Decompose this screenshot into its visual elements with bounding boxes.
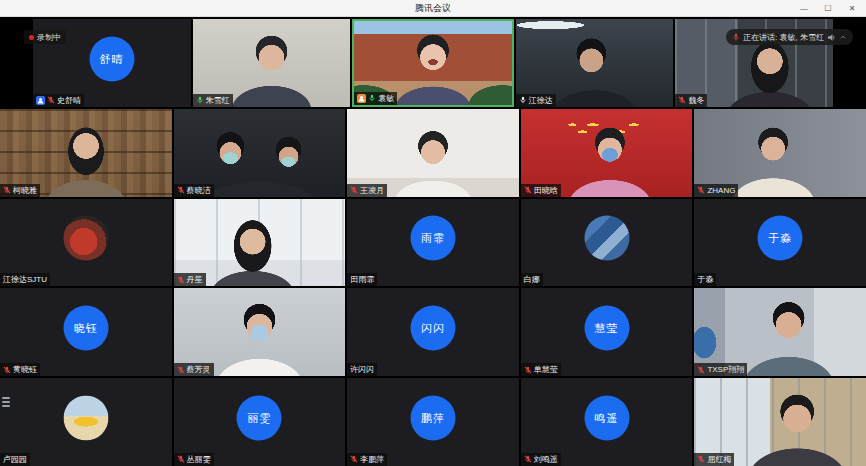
- participant-avatar-circle: 丽雯: [237, 395, 282, 440]
- participant-tile[interactable]: 鹏萍李鹏萍: [347, 378, 519, 466]
- recording-dot-icon: [29, 35, 34, 40]
- participant-tile[interactable]: 鸣遥刘鸣遥: [521, 378, 693, 466]
- window-controls: —☐✕: [792, 0, 864, 16]
- participant-name-label: 于淼: [694, 273, 716, 286]
- participant-name: 单慧莹: [534, 365, 558, 374]
- window-title: 腾讯会议: [415, 2, 451, 15]
- mic-muted-icon: [524, 186, 532, 194]
- participant-name-label: 史舒晴: [33, 94, 84, 107]
- mic-muted-icon: [350, 186, 358, 194]
- participant-name: 柯晓雅: [13, 186, 37, 195]
- mic-muted-icon: [177, 276, 185, 284]
- participant-name-label: 李鹏萍: [347, 453, 387, 466]
- grid-row: 晓钰黄晓钰蔡芳灵闪闪许闪闪慧莹单慧莹TXSP翔翔: [0, 288, 866, 376]
- window-titlebar: 腾讯会议 —☐✕: [0, 0, 866, 17]
- close-button[interactable]: ✕: [840, 0, 864, 16]
- mic-icon: [368, 94, 376, 102]
- grid-row: 柯晓雅蔡晓洁王凌月田晓晗ZHANG: [0, 109, 866, 197]
- member-badge-icon: [36, 96, 45, 105]
- participant-name: 魏冬: [688, 96, 704, 105]
- participant-tile[interactable]: ZHANG: [694, 109, 866, 197]
- participant-tile[interactable]: 卢园园: [0, 378, 172, 466]
- participant-name-label: 田晓晗: [521, 184, 561, 197]
- participant-avatar-circle: 晓钰: [63, 305, 108, 350]
- participant-tile[interactable]: 王凌月: [347, 109, 519, 197]
- participant-name-label: 单慧莹: [521, 363, 561, 376]
- participant-tile[interactable]: TXSP翔翔: [694, 288, 866, 376]
- sidebar-toggle[interactable]: [2, 397, 10, 407]
- participant-name-label: TXSP翔翔: [694, 363, 747, 376]
- participant-name-label: 魏冬: [675, 94, 707, 107]
- participant-tile[interactable]: 丹笙: [174, 199, 346, 287]
- participant-tile[interactable]: 慧莹单慧莹: [521, 288, 693, 376]
- participant-name-label: 江徐达SJTU: [0, 273, 50, 286]
- participant-name: 屈红梅: [707, 455, 731, 464]
- participant-tile[interactable]: 柯晓雅: [0, 109, 172, 197]
- mic-muted-icon: [350, 455, 358, 463]
- participant-avatar-photo: [63, 395, 108, 440]
- participant-name: 白娜: [524, 275, 540, 284]
- participant-name: 李鹏萍: [360, 455, 384, 464]
- participant-tile[interactable]: 雨霏田雨霏: [347, 199, 519, 287]
- mic-icon: [196, 96, 204, 104]
- participant-tile[interactable]: 朱雪红: [193, 19, 351, 107]
- participant-avatar-circle: 慧莹: [584, 305, 629, 350]
- mic-muted-icon: [524, 455, 532, 463]
- participant-name-label: 白娜: [521, 273, 543, 286]
- minimize-button[interactable]: —: [792, 0, 816, 16]
- participant-name-label: 王凌月: [347, 184, 387, 197]
- participant-name: ZHANG: [707, 186, 735, 195]
- participant-tile[interactable]: 袁敏: [352, 19, 514, 107]
- participant-avatar-circle: 鸣遥: [584, 395, 629, 440]
- mic-muted-icon: [177, 366, 185, 374]
- participant-grid: 舒晴史舒晴朱雪红袁敏江徐达魏冬柯晓雅蔡晓洁王凌月田晓晗ZHANG江徐达SJTU丹…: [0, 17, 866, 466]
- participant-tile[interactable]: 江徐达SJTU: [0, 199, 172, 287]
- recording-label: 录制中: [37, 32, 61, 43]
- speaking-toast-label: 正在讲话: 袁敏, 朱雪红: [743, 32, 824, 43]
- participant-name-label: 屈红梅: [694, 453, 734, 466]
- mic-muted-icon: [697, 366, 705, 374]
- mic-muted-icon: [678, 96, 686, 104]
- participant-name: 许闪闪: [350, 365, 374, 374]
- participant-name-label: ZHANG: [694, 184, 738, 197]
- participant-name: 丛丽雯: [187, 455, 211, 464]
- recording-indicator[interactable]: 录制中: [24, 30, 66, 44]
- participant-name: 史舒晴: [57, 96, 81, 105]
- participant-name-label: 蔡晓洁: [174, 184, 214, 197]
- chevron-up-icon: [839, 33, 847, 41]
- participant-avatar-circle: 闪闪: [410, 305, 455, 350]
- participant-name-label: 田雨霏: [347, 273, 377, 286]
- maximize-button[interactable]: ☐: [816, 0, 840, 16]
- participant-tile[interactable]: 江徐达: [516, 19, 674, 107]
- participant-name-label: 丛丽雯: [174, 453, 214, 466]
- participant-avatar-circle: 于淼: [758, 216, 803, 261]
- participant-tile[interactable]: 屈红梅: [694, 378, 866, 466]
- participant-name-label: 江徐达: [516, 94, 556, 107]
- participant-name-label: 黄晓钰: [0, 363, 40, 376]
- participant-tile[interactable]: 田晓晗: [521, 109, 693, 197]
- participant-tile[interactable]: 晓钰黄晓钰: [0, 288, 172, 376]
- mic-muted-icon: [697, 186, 705, 194]
- participant-name: 蔡芳灵: [187, 365, 211, 374]
- participant-name: 丹笙: [187, 275, 203, 284]
- participant-tile[interactable]: 蔡晓洁: [174, 109, 346, 197]
- mic-muted-icon: [47, 96, 55, 104]
- participant-name: 田雨霏: [350, 275, 374, 284]
- participant-name-label: 卢园园: [0, 453, 30, 466]
- participant-name: 王凌月: [360, 186, 384, 195]
- participant-tile[interactable]: 蔡芳灵: [174, 288, 346, 376]
- participant-name: 袁敏: [378, 94, 394, 103]
- participant-tile[interactable]: 白娜: [521, 199, 693, 287]
- participant-avatar-circle: 舒晴: [89, 36, 134, 81]
- participant-name: 刘鸣遥: [534, 455, 558, 464]
- participant-tile[interactable]: 闪闪许闪闪: [347, 288, 519, 376]
- participant-tile[interactable]: 丽雯丛丽雯: [174, 378, 346, 466]
- participant-name: 朱雪红: [206, 96, 230, 105]
- participant-avatar-photo: [63, 216, 108, 261]
- volume-icon: [827, 33, 836, 42]
- participant-tile[interactable]: 于淼于淼: [694, 199, 866, 287]
- participant-name-label: 刘鸣遥: [521, 453, 561, 466]
- participant-avatar-photo: [584, 216, 629, 261]
- mic-muted-icon: [177, 186, 185, 194]
- participant-name: 卢园园: [3, 455, 27, 464]
